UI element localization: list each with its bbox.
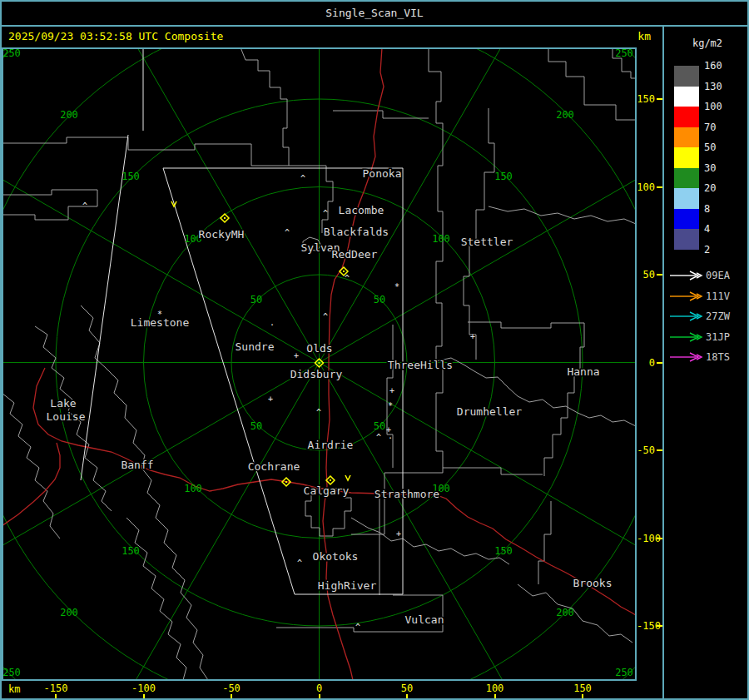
- bottom-axis-tick: [55, 694, 57, 700]
- range-label: 150: [494, 171, 513, 182]
- city-label: Limestone: [131, 316, 190, 329]
- city-label: Sundre: [236, 340, 275, 353]
- title-bar: Single_Scan_VIL: [2, 2, 747, 27]
- city-label: Ponoka: [363, 167, 402, 180]
- legend-color-box: [674, 87, 699, 107]
- town-marker: +: [268, 395, 273, 404]
- bottom-axis-unit-label: km: [8, 683, 20, 695]
- town-marker: ^: [82, 201, 87, 211]
- right-axis-tick-label: -150: [637, 619, 655, 633]
- town-marker: ^: [376, 433, 381, 442]
- legend-scale-label: 30: [704, 162, 737, 174]
- right-axis-tick: [657, 362, 662, 364]
- track-id-label: 111V: [706, 290, 744, 302]
- radial-line: [62, 363, 320, 680]
- legend-color-box: [674, 209, 699, 230]
- legend-color-box: [674, 107, 699, 127]
- city-label: RedDeer: [332, 248, 378, 261]
- storm-vector-marker: [345, 475, 350, 480]
- bottom-axis-tick-label: -150: [31, 683, 81, 694]
- bottom-axis-tick: [143, 694, 145, 700]
- city-label: Banff: [121, 459, 153, 471]
- city-label: Lake: [50, 397, 76, 410]
- range-label: 150: [122, 545, 140, 557]
- city-label: Drumheller: [457, 405, 522, 418]
- legend-scale-label: 20: [704, 182, 737, 194]
- range-label: 50: [250, 420, 262, 432]
- city-label: ThreeHills: [388, 359, 453, 371]
- town-marker: +: [470, 332, 475, 341]
- boundary-line: [489, 206, 635, 224]
- city-label: Calgary: [304, 484, 350, 497]
- track-arrow-icon: [669, 311, 704, 321]
- bottom-axis-tick: [231, 694, 232, 700]
- bottom-axis-tick-label: 100: [470, 683, 520, 694]
- city-label: Lacombe: [339, 204, 384, 216]
- town-marker: *: [394, 282, 399, 291]
- bottom-axis-tick-label: -100: [119, 683, 169, 694]
- track-arrow-icon: [669, 332, 704, 342]
- town-marker: ^: [316, 408, 321, 417]
- range-label: 150: [494, 545, 513, 557]
- legend-color-box: [674, 66, 699, 87]
- range-label: 150: [122, 171, 140, 182]
- radar-site-dot: [224, 217, 226, 219]
- city-label: Brooks: [573, 577, 613, 589]
- bottom-axis-tick-label: 150: [558, 683, 608, 694]
- town-marker: .: [270, 318, 275, 327]
- city-label: RockyMH: [199, 228, 245, 241]
- right-axis-tick: [657, 98, 662, 100]
- right-axis-tick: [657, 625, 662, 627]
- boundary-line: [351, 518, 509, 564]
- city-label: Olds: [306, 342, 332, 355]
- range-label: 200: [556, 109, 574, 121]
- town-marker: ^: [345, 274, 350, 283]
- timestamp: 2025/09/23 03:52:58 UTC Composite: [2, 30, 223, 42]
- legend-color-box: [674, 147, 699, 168]
- legend-scale-label: 130: [704, 81, 737, 92]
- range-label: 50: [374, 420, 385, 432]
- town-marker: .: [388, 431, 393, 440]
- city-label: Okotoks: [313, 550, 359, 563]
- town-marker: ^: [285, 228, 290, 237]
- timestamp-bar: 2025/09/23 03:52:58 UTC Composite km: [2, 27, 662, 47]
- town-marker: *: [388, 401, 393, 410]
- city-label: Didsbury: [290, 368, 343, 380]
- track-id-label: 09EA: [706, 270, 744, 281]
- city-label: Vulcan: [405, 613, 444, 626]
- legend-unit-label: kg/m2: [664, 37, 749, 49]
- track-arrow-icon: [669, 271, 704, 280]
- town-marker: ^: [323, 209, 328, 218]
- range-label: 50: [374, 294, 385, 305]
- city-label: Hanna: [567, 365, 599, 378]
- city-label: Strathmore: [374, 488, 439, 500]
- bottom-axis-tick: [319, 694, 320, 700]
- range-label: 100: [184, 483, 202, 494]
- bottom-axis-tick-label: 0: [295, 683, 345, 694]
- city-label: HighRiver: [318, 579, 377, 592]
- radar-map[interactable]: 5010015020025050100150200250501001502002…: [3, 49, 635, 679]
- legend-scale-label: 2: [704, 244, 737, 256]
- bottom-axis-tick: [494, 694, 496, 700]
- road-line: [3, 443, 60, 526]
- app-window: Single_Scan_VIL 2025/09/23 03:52:58 UTC …: [0, 0, 749, 700]
- bottom-axis-tick: [582, 694, 583, 700]
- legend-color-box: [674, 229, 699, 250]
- boundary-line: [387, 325, 393, 468]
- bottom-axis-tick: [406, 694, 408, 700]
- bottom-axis-tick-label: -50: [206, 683, 256, 694]
- right-axis-tick-label: 100: [637, 181, 655, 194]
- boundary-line: [443, 468, 543, 474]
- boundary-line: [518, 584, 632, 643]
- boundary-line: [429, 49, 443, 361]
- range-label: 200: [556, 607, 574, 618]
- right-axis-unit-label: km: [637, 27, 651, 47]
- radar-site-dot: [319, 362, 320, 364]
- track-arrow-icon: [669, 291, 704, 301]
- legend-scale-label: 8: [704, 203, 737, 215]
- range-label: 250: [3, 667, 21, 678]
- legend-scale-label: 4: [704, 223, 737, 235]
- city-label: Airdrie: [308, 439, 354, 451]
- track-arrow-icon: [669, 352, 704, 362]
- right-axis-tick-label: -50: [637, 444, 655, 457]
